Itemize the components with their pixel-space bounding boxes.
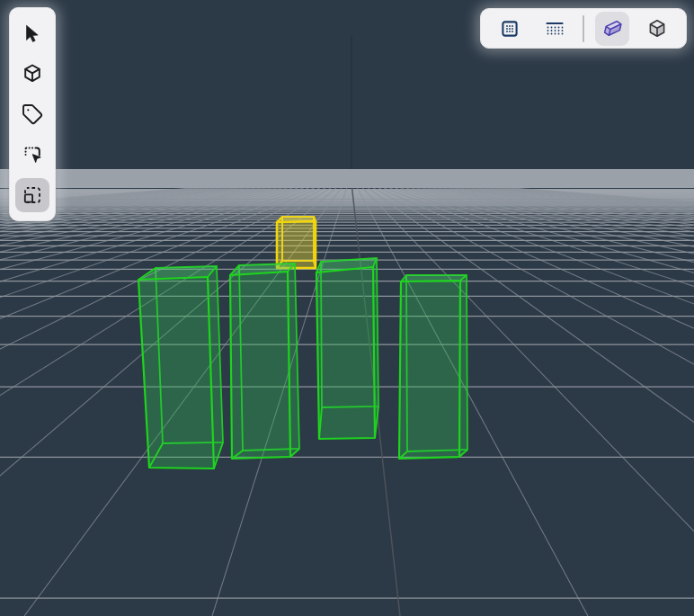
annotation-box-3[interactable]	[316, 258, 378, 439]
perspective-box-view-button[interactable]	[595, 12, 629, 46]
cursor-icon	[22, 22, 43, 44]
cube-icon	[22, 63, 43, 85]
annotation-box-4[interactable]	[399, 275, 467, 459]
view-toolbar	[480, 8, 687, 49]
toolbar-divider	[583, 15, 584, 42]
tag-icon	[22, 103, 43, 125]
points-ground-view-button[interactable]	[538, 12, 572, 46]
cube-view-button[interactable]	[640, 12, 674, 46]
pointer-tool-button[interactable]	[15, 16, 49, 50]
left-toolbar	[9, 7, 56, 221]
resize-frame-icon	[22, 184, 43, 206]
annotation-app	[0, 0, 694, 616]
annotation-box-1[interactable]	[138, 266, 223, 469]
scene-3d-viewport[interactable]	[0, 0, 694, 616]
dashed-select-pointer-icon	[22, 144, 43, 165]
annotation-box-2[interactable]	[230, 263, 299, 459]
area-select-tool-button[interactable]	[15, 138, 49, 172]
points-in-box-view-button[interactable]	[493, 12, 527, 46]
cuboid-tool-button[interactable]	[15, 57, 49, 91]
cuboid-3d-icon	[601, 17, 624, 40]
transform-box-tool-button[interactable]	[15, 178, 49, 212]
points-plane-icon	[544, 18, 565, 40]
tag-tool-button[interactable]	[15, 97, 49, 131]
points-in-box-icon	[499, 18, 520, 40]
cube-outline-icon	[646, 18, 668, 40]
annotation-box-selected[interactable]	[277, 217, 316, 268]
horizon-band	[0, 169, 694, 188]
